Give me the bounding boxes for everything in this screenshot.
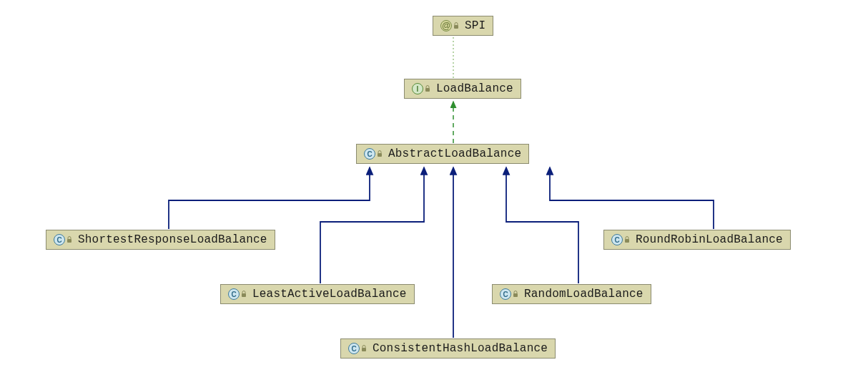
class-icon: C bbox=[228, 288, 240, 300]
edge-shortest-abstract bbox=[169, 167, 370, 229]
svg-rect-4 bbox=[625, 239, 629, 243]
lock-icon bbox=[360, 344, 368, 353]
node-label: AbstractLoadBalance bbox=[388, 147, 521, 160]
svg-rect-7 bbox=[362, 348, 366, 351]
node-label: LeastActiveLoadBalance bbox=[252, 288, 407, 301]
lock-icon bbox=[240, 290, 248, 298]
lock-icon bbox=[65, 235, 74, 244]
class-icon: C bbox=[348, 343, 360, 354]
edge-round-abstract bbox=[550, 167, 714, 229]
svg-rect-3 bbox=[67, 239, 71, 243]
node-consistent: C ConsistentHashLoadBalance bbox=[340, 338, 556, 359]
svg-rect-2 bbox=[378, 153, 382, 157]
node-label: ShortestResponseLoadBalance bbox=[78, 233, 267, 246]
interface-icon: I bbox=[412, 83, 423, 94]
class-icon: C bbox=[54, 234, 65, 245]
svg-rect-5 bbox=[242, 293, 246, 297]
node-spi: @ SPI bbox=[433, 16, 493, 36]
node-loadbalance: I LoadBalance bbox=[404, 79, 521, 99]
svg-rect-0 bbox=[454, 25, 458, 29]
edge-least-abstract bbox=[320, 167, 424, 283]
class-icon: C bbox=[611, 234, 623, 245]
class-icon: C bbox=[364, 148, 375, 160]
node-label: SPI bbox=[465, 19, 485, 32]
svg-rect-6 bbox=[513, 293, 518, 297]
node-label: RoundRobinLoadBalance bbox=[636, 233, 783, 246]
lock-icon bbox=[452, 21, 460, 30]
connector-svg bbox=[0, 0, 868, 385]
node-shortest: C ShortestResponseLoadBalance bbox=[46, 230, 275, 250]
edge-random-abstract bbox=[506, 167, 578, 283]
annotation-icon: @ bbox=[440, 20, 452, 31]
node-label: ConsistentHashLoadBalance bbox=[373, 342, 548, 355]
svg-rect-1 bbox=[425, 88, 430, 92]
lock-icon bbox=[375, 150, 384, 158]
node-label: LoadBalance bbox=[436, 82, 513, 95]
class-icon: C bbox=[500, 288, 511, 300]
lock-icon bbox=[511, 290, 520, 298]
node-round: C RoundRobinLoadBalance bbox=[603, 230, 791, 250]
lock-icon bbox=[623, 235, 631, 244]
node-label: RandomLoadBalance bbox=[524, 288, 643, 301]
node-abstract: C AbstractLoadBalance bbox=[356, 144, 529, 164]
node-least: C LeastActiveLoadBalance bbox=[220, 284, 415, 304]
lock-icon bbox=[423, 84, 432, 93]
node-random: C RandomLoadBalance bbox=[492, 284, 651, 304]
